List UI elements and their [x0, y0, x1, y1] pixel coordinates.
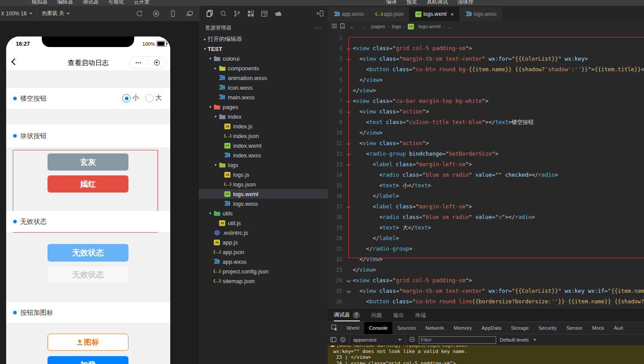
menu-item-0[interactable]: 编译 — [386, 0, 397, 6]
tree-item-sitemap.json[interactable]: {..}sitemap.json — [199, 276, 328, 286]
layout-icon[interactable] — [257, 7, 271, 20]
debugger-tab-输出[interactable]: 输出 — [393, 309, 404, 321]
tree-item-icon.wxss[interactable]: icon.wxss — [199, 83, 328, 92]
fold-chevron-icon[interactable] — [346, 54, 353, 64]
devtools-tab-Memory[interactable]: Memory — [449, 322, 477, 334]
tree-item-index[interactable]: ▾index — [199, 112, 328, 121]
red-button[interactable]: 嫣红 — [48, 175, 128, 193]
disabled-gray-button[interactable]: 无效状态 — [48, 266, 128, 283]
code-line-17[interactable]: 17 <label class="margin-left-sm"> — [328, 201, 644, 212]
code-line-19[interactable]: 19 <text> 大</text> — [328, 222, 644, 233]
code-line-18[interactable]: 18 <radio class="blue sm radio" value="s… — [328, 212, 644, 222]
devtools-tab-Wxml[interactable]: Wxml — [342, 322, 364, 334]
code-editor[interactable]: 12<view class="grid col-5 padding-sm">3 … — [328, 32, 644, 309]
code-line-24[interactable]: 24<view class="grid col-5 padding-sm"> — [328, 275, 644, 286]
menu-item-4[interactable]: 云开发 — [134, 0, 150, 6]
device-scale-selector[interactable]: X 100% 16 — [1, 11, 33, 17]
tree-item-index.js[interactable]: JSindex.js — [199, 121, 328, 131]
fold-chevron-icon[interactable] — [346, 43, 353, 54]
gray-button[interactable]: 玄灰 — [48, 153, 128, 171]
git-branch-icon[interactable] — [230, 7, 244, 20]
icon-outline-button[interactable]: 图标 — [48, 334, 128, 351]
breadcrumb-item[interactable]: logs.wxml — [418, 24, 440, 29]
breadcrumb-item[interactable]: pages — [371, 24, 385, 29]
back-arrow-icon[interactable]: ← — [348, 23, 357, 30]
tree-item-logs.wxml[interactable]: <>logs.wxml — [199, 189, 328, 199]
devtools-tab-Sensor[interactable]: Sensor — [561, 322, 587, 334]
menu-item-1[interactable]: 预览 — [406, 0, 417, 6]
loading-blue-button[interactable]: 加载 — [48, 356, 128, 364]
code-line-23[interactable]: 23</view> — [328, 265, 644, 275]
exit-target-icon[interactable] — [148, 60, 166, 66]
inspect-element-icon[interactable] — [328, 324, 341, 332]
tree-item-project.config.json[interactable]: {..}project.config.json — [199, 266, 328, 276]
debugger-tab-调试器[interactable]: 调试器7 — [334, 309, 360, 321]
devtools-tab-Mock[interactable]: Mock — [587, 322, 609, 334]
collapse-sidebar-icon[interactable] — [313, 7, 327, 20]
code-line-15[interactable]: 15 <text> 小</text> — [328, 180, 644, 191]
console-drawer-icon[interactable] — [330, 337, 337, 343]
code-line-7[interactable]: 7<view class="cu-bar margin-top bg-white… — [328, 96, 644, 106]
code-line-14[interactable]: 14 <radio class="blue sm radio" value=""… — [328, 170, 644, 180]
menu-item-1[interactable]: 编辑器 — [57, 0, 73, 6]
menu-item-2[interactable]: 真机调试 — [427, 0, 448, 6]
devtools-tab-Console[interactable]: Console — [364, 322, 392, 334]
radio-large[interactable] — [145, 94, 154, 102]
fold-chevron-icon[interactable] — [346, 106, 353, 117]
search-icon[interactable] — [216, 7, 230, 20]
code-line-26[interactable]: 26 <button class="cu-btn round line{{bor… — [328, 296, 644, 307]
log-level-selector[interactable]: Default levels — [500, 337, 537, 342]
code-line-21[interactable]: 21 </radio-group> — [328, 244, 644, 254]
tree-item-index.json[interactable]: {..}index.json — [199, 131, 328, 141]
more-actions-icon[interactable]: ··· — [315, 25, 322, 31]
tree-item-app.json[interactable]: {..}app.json — [199, 247, 328, 257]
phone-icon[interactable] — [167, 8, 179, 19]
menu-item-2[interactable]: 调试器 — [83, 0, 99, 6]
menu-item-3[interactable]: 清缓存 — [457, 0, 473, 6]
blocks-icon[interactable] — [244, 7, 257, 20]
windows-icon[interactable] — [184, 8, 195, 19]
code-line-8[interactable]: 8 <view class="action"> — [328, 106, 644, 117]
refresh-icon[interactable] — [134, 8, 145, 19]
code-line-9[interactable]: 9 <text class="cuIcon-title text-blue"><… — [328, 117, 644, 127]
tab-logs.wxss[interactable]: logs.wxss — [460, 7, 502, 21]
fold-chevron-icon[interactable] — [346, 275, 353, 286]
menu-item-0[interactable]: 模拟器 — [32, 0, 48, 6]
code-line-16[interactable]: 16 </label> — [328, 191, 644, 201]
tab-app.json[interactable]: {..}app.json — [370, 7, 409, 21]
files-icon[interactable] — [203, 7, 216, 20]
breadcrumb-item[interactable]: ... — [447, 24, 452, 29]
code-line-5[interactable]: 5 </view> — [328, 75, 644, 85]
code-line-1[interactable]: 1 — [328, 33, 644, 43]
code-line-11[interactable]: 11 <view class="action"> — [328, 138, 644, 149]
tab-app.wxss[interactable]: app.wxss — [328, 7, 370, 21]
devtools-tab-Storage[interactable]: Storage — [506, 322, 534, 334]
devtools-tab-Security[interactable]: Security — [534, 322, 562, 334]
code-line-6[interactable]: 6</view> — [328, 85, 644, 96]
fold-chevron-icon[interactable] — [346, 201, 353, 212]
code-line-3[interactable]: 3 <view class="margin-tb-sm text-center"… — [328, 54, 644, 64]
tree-item-components[interactable]: ▸components — [199, 63, 328, 73]
tree-item-.eslintrc.js[interactable]: .eslintrc.js — [199, 228, 328, 237]
code-line-13[interactable]: 13 <label class="margin-left-sm"> — [328, 159, 644, 170]
cloud-teapot-icon[interactable] — [271, 7, 285, 20]
tree-item-TEST[interactable]: ▾TEST — [199, 44, 328, 54]
radio-small[interactable] — [122, 94, 131, 102]
tree-item-utils[interactable]: ▾utils — [199, 208, 328, 218]
debugger-tab-终端[interactable]: 终端 — [415, 309, 426, 321]
devtools-tab-Aud[interactable]: Aud — [609, 322, 627, 334]
tree-item-打开的编辑器[interactable]: ▸打开的编辑器 — [199, 34, 328, 44]
tree-item-app.wxss[interactable]: app.wxss — [199, 257, 328, 266]
devtools-tab-AppData[interactable]: AppData — [477, 322, 506, 334]
debugger-tab-问题[interactable]: 问题 — [371, 309, 382, 321]
tree-item-animation.wxss[interactable]: animation.wxss — [199, 73, 328, 83]
fold-chevron-icon[interactable] — [346, 138, 353, 149]
tree-item-logs.wxss[interactable]: logs.wxss — [199, 199, 328, 208]
code-line-12[interactable]: 12 <radio-group bindchange="SetBorderSiz… — [328, 149, 644, 159]
disabled-blue-button[interactable]: 无效状态 — [48, 244, 128, 262]
hot-reload-toggle[interactable]: 热重载 关 — [42, 10, 70, 17]
code-line-22[interactable]: 22 </view> — [328, 254, 644, 265]
code-line-20[interactable]: 20 </label> — [328, 233, 644, 244]
tree-item-logs.js[interactable]: JSlogs.js — [199, 170, 328, 179]
tree-item-main.wxss[interactable]: main.wxss — [199, 92, 328, 102]
